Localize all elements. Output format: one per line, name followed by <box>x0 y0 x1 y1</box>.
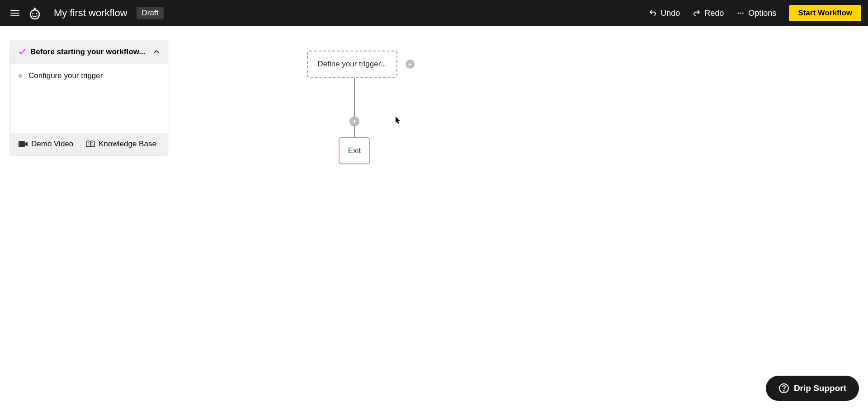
svg-point-5 <box>742 13 744 14</box>
undo-icon <box>649 9 657 17</box>
svg-point-2 <box>36 13 38 14</box>
svg-point-0 <box>30 10 39 19</box>
svg-point-3 <box>738 13 739 14</box>
support-button[interactable]: Drip Support <box>766 376 859 401</box>
logo-icon <box>28 6 41 20</box>
onboarding-panel: Before starting your workflow... Configu… <box>10 40 168 155</box>
help-icon <box>778 383 789 394</box>
step-status-dot <box>19 74 22 78</box>
connector-line <box>354 78 355 142</box>
trigger-node[interactable]: Define your trigger... <box>307 51 397 78</box>
menu-icon[interactable] <box>7 6 23 20</box>
video-icon <box>19 141 28 147</box>
panel-header[interactable]: Before starting your workflow... <box>10 40 168 64</box>
cursor-icon <box>396 116 401 125</box>
demo-video-link[interactable]: Demo Video <box>19 140 73 149</box>
book-icon <box>86 140 95 148</box>
svg-point-13 <box>783 391 784 391</box>
add-trigger-button[interactable]: + <box>406 60 415 69</box>
header: My first workflow Draft Undo Redo Option… <box>0 0 868 26</box>
undo-button[interactable]: Undo <box>649 9 680 18</box>
redo-icon <box>693 9 701 17</box>
drip-logo[interactable] <box>28 6 41 20</box>
panel-footer: Demo Video Knowledge Base <box>10 133 168 155</box>
status-badge: Draft <box>137 7 164 19</box>
knowledge-base-link[interactable]: Knowledge Base <box>86 140 156 149</box>
step-label: Configure your trigger <box>28 71 103 80</box>
add-step-button[interactable]: + <box>349 116 359 126</box>
redo-button[interactable]: Redo <box>693 9 724 18</box>
more-icon <box>736 9 745 17</box>
chevron-up-icon <box>153 49 160 55</box>
svg-rect-6 <box>19 141 25 147</box>
options-button[interactable]: Options <box>736 9 776 18</box>
start-workflow-button[interactable]: Start Workflow <box>789 5 861 21</box>
panel-title: Before starting your workflow... <box>30 47 153 56</box>
panel-step-item[interactable]: Configure your trigger <box>10 64 168 88</box>
check-icon <box>19 48 26 56</box>
exit-node[interactable]: Exit <box>339 137 370 164</box>
svg-point-4 <box>740 13 741 14</box>
svg-point-1 <box>33 13 34 14</box>
header-actions: Undo Redo Options Start Workflow <box>649 5 861 21</box>
workflow-title[interactable]: My first workflow <box>54 7 127 19</box>
